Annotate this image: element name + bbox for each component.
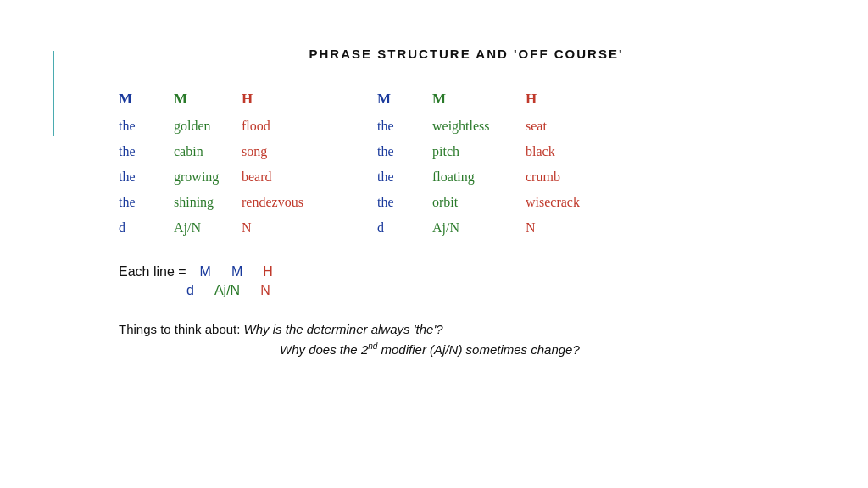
- left-h-row-4: rendezvous: [242, 190, 335, 215]
- left-col-h: H flood song beard rendezvous N: [242, 85, 335, 241]
- legend-d: d: [186, 283, 194, 298]
- right-m1-row-1: the: [377, 114, 432, 139]
- right-col-h: H seat black crumb wisecrack N: [526, 85, 619, 241]
- left-m2-header: M: [174, 85, 242, 114]
- phrase-table: M the the the the d M golden cabin growi…: [119, 85, 831, 241]
- page-title: PHRASE STRUCTURE AND 'OFF COURSE': [102, 47, 831, 61]
- main-content: PHRASE STRUCTURE AND 'OFF COURSE' M the …: [170, 47, 831, 362]
- left-h-row-3: beard: [242, 164, 335, 190]
- decorative-border: [53, 51, 54, 136]
- left-m2-row-5: Aj/N: [174, 215, 242, 241]
- left-m2-row-2: cabin: [174, 139, 242, 164]
- question-2: Why does the 2nd modifier (Aj/N) sometim…: [280, 342, 580, 357]
- legend-line1: Each line = M M H: [119, 264, 831, 280]
- left-m2-row-3: growing: [174, 164, 242, 190]
- right-m1-row-3: the: [377, 164, 432, 190]
- legend-section: Each line = M M H d Aj/N N: [119, 264, 831, 298]
- left-m2-row-4: shining: [174, 190, 242, 215]
- question-line2: Why does the 2nd modifier (Aj/N) sometim…: [280, 341, 831, 357]
- right-m1-header: M: [377, 85, 432, 114]
- right-col-m1: M the the the the d: [377, 85, 432, 241]
- left-h-row-5: N: [242, 215, 335, 241]
- left-col-m1: M the the the the d: [119, 85, 174, 241]
- left-h-row-1: flood: [242, 114, 335, 139]
- left-m2-row-1: golden: [174, 114, 242, 139]
- spacer-col: [335, 85, 377, 241]
- questions-section: Things to think about: Why is the determ…: [119, 322, 831, 357]
- question-line1: Things to think about: Why is the determ…: [119, 322, 831, 336]
- left-m1-row-1: the: [119, 114, 174, 139]
- legend-prefix: Each line =: [119, 264, 186, 280]
- legend-n: N: [260, 283, 270, 298]
- right-m1-row-4: the: [377, 190, 432, 215]
- legend-line2: d Aj/N N: [186, 283, 831, 298]
- right-col-m2: M weightless pitch floating orbit Aj/N: [432, 85, 526, 241]
- questions-prefix: Things to think about:: [119, 322, 244, 336]
- right-m2-header: M: [432, 85, 526, 114]
- superscript-nd: nd: [368, 341, 377, 351]
- right-h-row-4: wisecrack: [526, 190, 619, 215]
- question-1: Why is the determiner always 'the'?: [244, 322, 443, 336]
- left-h-row-2: song: [242, 139, 335, 164]
- left-m1-header: M: [119, 85, 174, 114]
- right-h-row-2: black: [526, 139, 619, 164]
- left-col-m2: M golden cabin growing shining Aj/N: [174, 85, 242, 241]
- right-m2-row-3: floating: [432, 164, 526, 190]
- left-m1-row-2: the: [119, 139, 174, 164]
- left-m1-row-5: d: [119, 215, 174, 241]
- left-m1-row-3: the: [119, 164, 174, 190]
- right-m2-row-4: orbit: [432, 190, 526, 215]
- left-m1-row-4: the: [119, 190, 174, 215]
- legend-m2: M: [231, 264, 242, 280]
- right-m2-row-2: pitch: [432, 139, 526, 164]
- right-h-header: H: [526, 85, 619, 114]
- right-m1-row-2: the: [377, 139, 432, 164]
- right-m2-row-5: Aj/N: [432, 215, 526, 241]
- legend-ajn: Aj/N: [214, 283, 240, 298]
- left-h-header: H: [242, 85, 335, 114]
- right-m1-row-5: d: [377, 215, 432, 241]
- right-h-row-5: N: [526, 215, 619, 241]
- legend-h1: H: [263, 264, 273, 280]
- right-m2-row-1: weightless: [432, 114, 526, 139]
- right-h-row-3: crumb: [526, 164, 619, 190]
- right-h-row-1: seat: [526, 114, 619, 139]
- legend-m1: M: [200, 264, 211, 280]
